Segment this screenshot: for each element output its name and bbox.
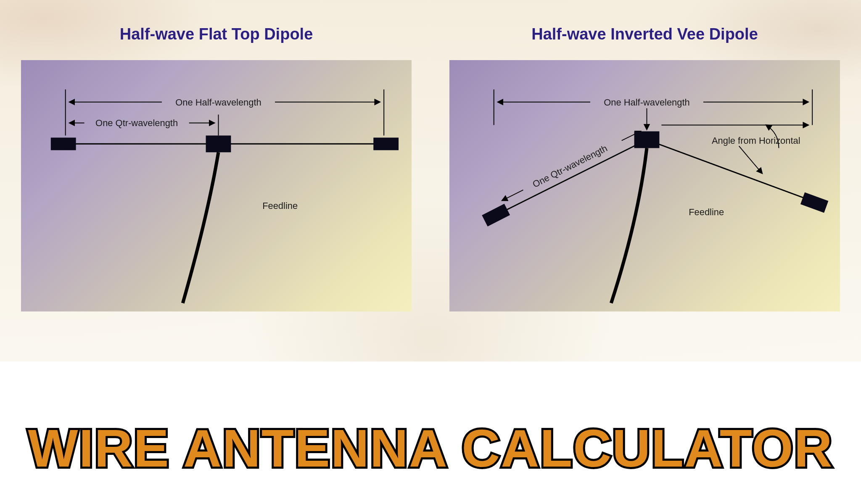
feedline-label-r: Feedline (689, 207, 724, 217)
inverted-vee-title: Half-wave Inverted Vee Dipole (531, 25, 758, 43)
svg-line-18 (647, 140, 816, 203)
svg-line-17 (496, 140, 647, 215)
inverted-vee-panel: Half-wave Inverted Vee Dipole One Half-w… (449, 25, 840, 311)
flat-top-svg: One Half-wavelength One Qtr-wavelength F… (21, 60, 412, 311)
svg-rect-10 (206, 135, 231, 152)
svg-rect-22 (800, 193, 828, 213)
flat-top-panel: Half-wave Flat Top Dipole One Half-wavel… (21, 25, 412, 311)
inverted-vee-svg: One Half-wavelength Angle from Horizonta… (449, 60, 840, 311)
inverted-vee-diagram: One Half-wavelength Angle from Horizonta… (449, 60, 840, 311)
qtr-wl-label-r: One Qtr-wavelength (531, 143, 609, 190)
panels-container: Half-wave Flat Top Dipole One Half-wavel… (0, 0, 861, 311)
flat-top-title: Half-wave Flat Top Dipole (120, 25, 313, 43)
flat-top-diagram: One Half-wavelength One Qtr-wavelength F… (21, 60, 412, 311)
half-wl-label-r: One Half-wavelength (604, 97, 690, 108)
svg-rect-23 (634, 131, 660, 148)
svg-line-20 (502, 190, 523, 201)
angle-label: Angle from Horizontal (712, 135, 800, 146)
qtr-wl-label: One Qtr-wavelength (95, 118, 178, 128)
svg-rect-8 (51, 137, 76, 150)
svg-rect-9 (373, 137, 399, 150)
half-wl-label: One Half-wavelength (175, 97, 261, 108)
svg-rect-21 (482, 204, 510, 227)
feedline-label: Feedline (262, 201, 298, 211)
page-title: WIRE ANTENNA CALCULATOR (0, 418, 861, 479)
